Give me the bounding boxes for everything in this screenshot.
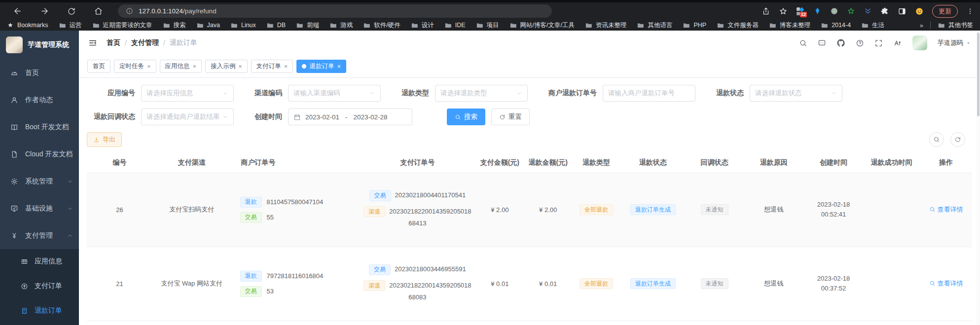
tab-item[interactable]: 支付订单×	[251, 60, 293, 73]
sidebar-item[interactable]: 支付管理	[0, 222, 79, 249]
filter-label: 退款类型	[401, 89, 429, 98]
tab-close-icon[interactable]: ×	[193, 63, 197, 70]
bookmark-folder-item[interactable]: IDE	[444, 22, 466, 29]
user-avatar[interactable]	[912, 36, 927, 50]
tab-item[interactable]: 应用信息×	[160, 60, 202, 73]
home-button[interactable]	[94, 6, 103, 16]
sidebar-collapse-icon[interactable]	[88, 38, 98, 48]
refresh-icon	[954, 136, 961, 143]
folder-icon	[683, 22, 690, 29]
scrollbar-thumb[interactable]	[977, 33, 980, 116]
bookmark-folder-item[interactable]: 文件服务器	[717, 21, 759, 30]
tab-close-icon[interactable]: ×	[337, 63, 341, 70]
sidebar-item[interactable]: 系统管理	[0, 168, 79, 195]
tab-close-icon[interactable]: ×	[238, 63, 242, 70]
extension-star-icon[interactable]	[847, 7, 855, 15]
extension-chevron-icon[interactable]	[864, 7, 872, 15]
extensions-menu-icon[interactable]	[880, 7, 889, 16]
monitor-icon	[10, 205, 18, 213]
chrome-update-button[interactable]: 更新	[932, 5, 958, 18]
tab-item[interactable]: 接入示例×	[205, 60, 248, 73]
filter-select[interactable]: 请选择通知商户退款结果[	[141, 108, 234, 125]
forward-button[interactable]	[40, 6, 49, 16]
breadcrumb-home[interactable]: 首页	[107, 38, 120, 47]
extension-kite-icon[interactable]	[813, 7, 822, 15]
bookmark-folder-item[interactable]: 搜索	[163, 21, 186, 30]
filter-select[interactable]: 请选择退款状态	[750, 85, 842, 102]
reload-button[interactable]	[67, 7, 76, 16]
column-header: 支付金额(元)	[475, 153, 524, 173]
other-bookmarks[interactable]: 其他书签	[938, 21, 973, 30]
bookmark-folder-item[interactable]: 近期需要读的文章	[92, 21, 152, 30]
view-details-link[interactable]: 查看详情	[929, 205, 963, 214]
font-size-icon[interactable]	[893, 38, 902, 47]
bookmark-folder-item[interactable]: 软件/硬件	[363, 21, 400, 30]
bookmark-folder-item[interactable]: 博客未整理	[769, 21, 811, 30]
bookmarks-overflow-chevron[interactable]: »	[920, 22, 923, 29]
url-host: 127.0.0.1:1024	[139, 7, 183, 15]
address-bar[interactable]: 127.0.0.1:1024/pay/refund	[118, 4, 552, 18]
reset-button-label: 重置	[508, 112, 522, 121]
fullscreen-icon[interactable]	[874, 39, 883, 47]
back-button[interactable]	[13, 6, 22, 16]
search-icon[interactable]	[799, 39, 807, 47]
sidebar-subitem[interactable]: 应用信息	[0, 249, 79, 274]
sidebar-subitem[interactable]: 支付订单	[0, 274, 79, 298]
bookmark-folder-item[interactable]: 前端	[296, 21, 319, 30]
view-details-link[interactable]: 查看详情	[929, 279, 963, 288]
app-logo[interactable]: 芋道管理系统	[0, 31, 79, 59]
bookmarks-root[interactable]: Bookmarks	[7, 22, 48, 29]
filter-select[interactable]: 请输入渠道编码	[288, 85, 381, 102]
search-button[interactable]: 搜索	[447, 108, 485, 125]
sidebar-item[interactable]: 基础设施	[0, 195, 79, 222]
chrome-menu-icon[interactable]	[966, 7, 974, 15]
tab-close-icon[interactable]: ×	[147, 63, 151, 70]
refresh-table-button[interactable]	[950, 132, 965, 147]
help-icon[interactable]	[856, 39, 864, 47]
bookmark-folder-item[interactable]: 设计	[411, 21, 434, 30]
scrollbar[interactable]	[977, 31, 980, 325]
bookmark-label: Java	[207, 22, 220, 29]
side-panel-icon[interactable]	[898, 7, 907, 16]
tab-close-icon[interactable]: ×	[284, 63, 288, 70]
bookmark-folder-item[interactable]: 其他语言	[637, 21, 672, 30]
filter-input[interactable]: 请输入商户退款订单号	[603, 85, 695, 102]
date-range-input[interactable]: 2023-02-01 - 2023-02-28	[288, 108, 412, 125]
bookmark-folder-item[interactable]: DB	[266, 22, 286, 29]
tab-item[interactable]: 定时任务×	[114, 60, 156, 73]
share-icon[interactable]	[762, 7, 770, 16]
bookmarks-bar: Bookmarks 运营近期需要读的文章搜索JavaLinuxDB前端游戏软件/…	[0, 20, 980, 31]
bookmark-folder-item[interactable]: 运营	[59, 21, 82, 30]
bookmark-folder-item[interactable]: 资讯未整理	[585, 21, 627, 30]
github-icon[interactable]	[836, 38, 845, 47]
sidebar-subitem[interactable]: 退款订单	[0, 298, 79, 323]
sidebar-item[interactable]: 作者动态	[0, 86, 79, 113]
toggle-search-button[interactable]	[929, 132, 944, 147]
site-info-icon[interactable]	[126, 7, 133, 15]
tab-item[interactable]: 退款订单×	[296, 60, 346, 73]
bookmark-folder-item[interactable]: 网站/博客/文章/工具	[509, 21, 575, 30]
user-menu[interactable]: 芋道源码	[938, 38, 971, 47]
export-button[interactable]: 导出	[87, 132, 122, 147]
extension-blocker-icon[interactable]: 12	[796, 7, 805, 16]
bookmark-folder-item[interactable]: 生活	[861, 21, 884, 30]
bookmark-folder-item[interactable]: Java	[196, 22, 220, 29]
profile-avatar-icon[interactable]	[915, 7, 924, 16]
bookmark-folder-item[interactable]: PHP	[683, 22, 706, 29]
bookmark-folder-item[interactable]: 游戏	[329, 21, 353, 30]
sidebar-item[interactable]: 首页	[0, 59, 79, 86]
message-icon[interactable]	[818, 39, 826, 47]
reset-button[interactable]: 重置	[491, 108, 530, 125]
filter-select[interactable]: 请选择应用信息	[141, 85, 234, 102]
tab-item[interactable]: 首页	[87, 60, 110, 73]
filter-group: 应用编号请选择应用信息	[87, 85, 234, 102]
sidebar-item[interactable]: Cloud 开发文档	[0, 141, 79, 168]
extension-circle-icon[interactable]	[830, 7, 838, 15]
sidebar-item[interactable]: Boot 开发文档	[0, 113, 79, 141]
bookmark-folder-item[interactable]: Linux	[230, 22, 256, 29]
filter-select[interactable]: 请选择退款类型	[435, 85, 528, 102]
bookmark-folder-item[interactable]: 项目	[476, 21, 499, 30]
bookmark-folder-item[interactable]: 2014-4	[821, 22, 851, 29]
breadcrumb-pay[interactable]: 支付管理	[131, 38, 159, 47]
bookmark-star-icon[interactable]	[779, 7, 788, 16]
